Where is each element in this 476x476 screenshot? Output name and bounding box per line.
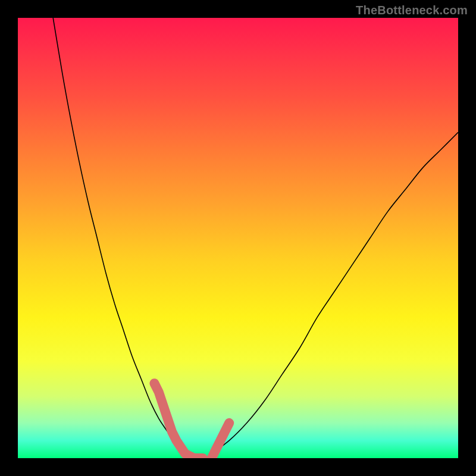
left-branch-curve bbox=[53, 18, 185, 454]
right-marker-cluster bbox=[212, 423, 230, 458]
right-branch-curve bbox=[212, 132, 458, 453]
watermark-text: TheBottleneck.com bbox=[356, 4, 468, 17]
curve-layer bbox=[18, 18, 458, 458]
left-marker-cluster bbox=[154, 383, 202, 458]
plot-area bbox=[18, 18, 458, 458]
chart-container: TheBottleneck.com bbox=[0, 0, 476, 476]
